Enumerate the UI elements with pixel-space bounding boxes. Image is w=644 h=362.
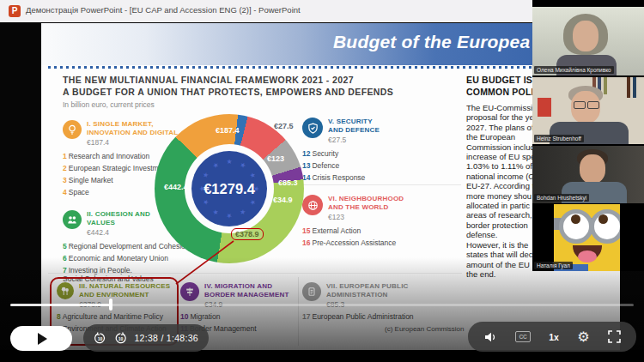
participant-name-label: Heinz Strubenhoff	[534, 135, 584, 142]
playback-controls: 10 10 12:38 / 1:48:36	[83, 324, 209, 352]
svg-text:10: 10	[98, 335, 103, 341]
participant-name-label: Bohdan Hrushetskyi	[534, 194, 589, 202]
glasses	[587, 101, 599, 109]
participant-face	[573, 21, 598, 51]
webcam-tile-4: Наталія Гуал	[532, 204, 644, 271]
legend-item: 16Pre-Accession Assistance	[302, 238, 440, 247]
webcam-column: Олена Михайлівна Кропивко Heinz Strubenh…	[532, 0, 644, 271]
section-value: €123	[328, 213, 404, 221]
minion-tongue	[578, 250, 597, 262]
seek-bar-playhead[interactable]	[109, 299, 112, 311]
segment-label-4: €34.9	[273, 196, 293, 204]
legend-item: 12Security	[302, 149, 440, 158]
powerpoint-icon: P	[9, 5, 21, 17]
playback-speed-button[interactable]: 1x	[549, 332, 559, 342]
webcam-tile-3: Bohdan Hrushetskyi	[532, 146, 644, 203]
legend-item: 15External Action	[302, 226, 440, 235]
rewind-10-icon[interactable]: 10	[94, 331, 106, 346]
gear-icon[interactable]: ⚙	[577, 330, 589, 344]
window-title: Демонстрація PowerPoint - [EU CAP and Ac…	[26, 5, 301, 15]
legend-item: 14Crisis Response	[302, 173, 440, 182]
time-display: 12:38 / 1:48:36	[134, 333, 198, 343]
legend-item: 13Defence	[302, 161, 440, 170]
segment-label-5: €27.5	[274, 122, 294, 130]
minion-pupil	[598, 214, 608, 224]
section-title: I. SINGLE MARKET, INNOVATION AND DIGITAL	[87, 120, 178, 137]
fullscreen-icon[interactable]	[608, 330, 621, 343]
section-title: II. COHESION AND VALUES	[87, 210, 150, 227]
video-player-screen: P Демонстрація PowerPoint - [EU CAP and …	[0, 0, 644, 362]
participant-name-label: Олена Михайлівна Кропивко	[534, 66, 614, 74]
play-icon	[38, 333, 47, 345]
volume-icon[interactable]	[483, 330, 497, 344]
forward-10-icon[interactable]: 10	[114, 331, 127, 346]
svg-text:10: 10	[118, 335, 123, 341]
seek-bar-played	[10, 304, 110, 306]
budget-total: €1279.4	[191, 181, 267, 197]
section-value: €27.5	[328, 136, 380, 144]
section-value: €187.4	[87, 138, 178, 147]
segment-label-6: €123	[267, 154, 284, 163]
captions-icon[interactable]: CC	[515, 331, 530, 342]
bookshelf	[627, 77, 630, 98]
slide-heading-line2: A BUDGET FOR A UNION THAT PROTECTS, EMPO…	[63, 87, 393, 97]
legend-item: 5Regional Development and Cohesion	[63, 242, 190, 250]
section-title: V. SECURITY AND DEFENCE	[328, 118, 380, 135]
segment-label-7: €85.3	[278, 178, 298, 187]
bookshelf	[633, 77, 636, 98]
globe-icon	[302, 195, 323, 215]
slide-subtitle: In billion euro, current prices	[63, 100, 155, 109]
webcam-tile-1: Олена Михайлівна Кропивко	[532, 7, 644, 75]
dotted-divider	[48, 66, 615, 69]
legend-section-5: V. SECURITY AND DEFENCE €27.5 12Security…	[302, 118, 440, 185]
legend-divider	[302, 184, 461, 185]
eu-flag-center: ★ ★ ★ ★ ★ ★ ★ ★ ★ ★ ★ ★ €1279.4	[191, 151, 267, 226]
minion-pupil	[571, 214, 580, 224]
webcam-tile-2: Heinz Strubenhoff	[532, 77, 644, 144]
legend-section-6: VI. NEIGHBOURHOOD AND THE WORLD €123 15E…	[302, 195, 440, 250]
player-settings-controls: CC 1x ⚙	[468, 322, 636, 352]
bottom-black-bar	[0, 350, 644, 362]
segment-label-2: €442.4	[164, 183, 188, 191]
bookshelf	[604, 77, 607, 94]
slide-heading-line1: THE NEW MULTIANNUAL FINANCIAL FRAMEWORK …	[63, 75, 354, 85]
play-button[interactable]	[10, 326, 72, 351]
lightbulb-icon	[63, 120, 82, 139]
shield-icon	[302, 118, 323, 138]
section-value: €442.4	[87, 228, 150, 237]
participant-name-label: Наталія Гуал	[534, 262, 573, 269]
slide-banner-title: Budget of the Europea	[333, 32, 530, 52]
glasses	[574, 101, 586, 109]
people-icon	[63, 210, 82, 229]
segment-label-3-highlighted: €378.9	[231, 228, 264, 240]
wall-art	[538, 98, 551, 117]
participant-face	[580, 154, 605, 184]
section-title: VI. NEIGHBOURHOOD AND THE WORLD	[328, 195, 404, 212]
segment-label-1: €187.4	[216, 126, 240, 135]
